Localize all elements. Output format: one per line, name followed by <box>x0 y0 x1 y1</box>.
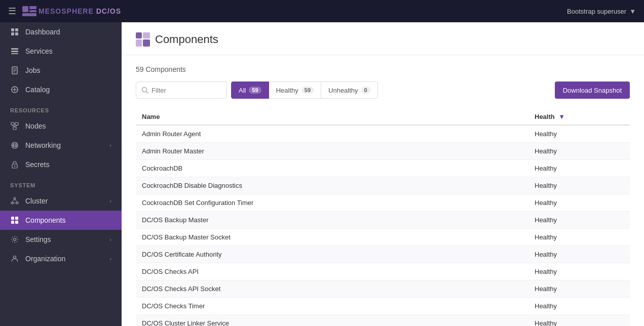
logo-icon <box>22 6 36 16</box>
toolbar: All 59 Healthy 59 Unhealthy 0 Downloa <box>136 82 630 99</box>
table-row[interactable]: CockroachDB Set Configuration TimerHealt… <box>136 194 630 212</box>
networking-chevron-icon: › <box>109 142 111 148</box>
nodes-icon <box>10 121 19 131</box>
cell-component-health: Healthy <box>528 125 630 143</box>
table-row[interactable]: DC/OS Backup Master SocketHealthy <box>136 229 630 246</box>
column-header-health[interactable]: Health ▼ <box>528 109 630 125</box>
sidebar-item-catalog[interactable]: Catalog <box>0 80 122 99</box>
top-navigation: ☰ MESOSPHERE DC/OS Bootstrap superuser ▼ <box>0 0 644 22</box>
content-area: 59 Components All 59 <box>122 55 644 326</box>
download-snapshot-button[interactable]: Download Snapshot <box>555 82 630 99</box>
cell-component-health: Healthy <box>528 246 630 263</box>
cell-component-health: Healthy <box>528 194 630 212</box>
cell-component-name: DC/OS Checks API Socket <box>136 280 528 298</box>
svg-rect-46 <box>143 32 150 38</box>
svg-rect-39 <box>11 217 14 220</box>
cell-component-health: Healthy <box>528 229 630 246</box>
filter-tab-all[interactable]: All 59 <box>231 82 269 99</box>
table-row[interactable]: CockroachDB Disable DiagnosticsHealthy <box>136 177 630 194</box>
svg-line-37 <box>15 199 17 202</box>
svg-point-35 <box>16 202 18 204</box>
table-row[interactable]: Admin Router MasterHealthy <box>136 143 630 160</box>
table-row[interactable]: DC/OS Checks APIHealthy <box>136 263 630 280</box>
jobs-icon <box>10 66 19 75</box>
cell-component-health: Healthy <box>528 160 630 177</box>
resources-section-label: Resources <box>0 99 122 116</box>
cell-component-name: Admin Router Master <box>136 143 528 160</box>
components-icon <box>10 216 19 225</box>
svg-point-33 <box>14 197 16 199</box>
main-content: Components 59 Components All <box>122 22 644 326</box>
sidebar-item-settings[interactable]: Settings › <box>0 230 122 249</box>
filter-tab-healthy-count: 59 <box>301 87 314 94</box>
filter-tab-healthy-label: Healthy <box>276 87 298 94</box>
table-row[interactable]: DC/OS Cluster Linker ServiceHealthy <box>136 315 630 327</box>
sidebar-label-secrets: Secrets <box>25 160 49 169</box>
svg-rect-8 <box>11 48 18 50</box>
svg-rect-2 <box>29 10 36 12</box>
table-header: Name Health ▼ <box>136 109 630 125</box>
user-menu-caret-icon: ▼ <box>629 8 636 15</box>
svg-rect-4 <box>11 28 14 31</box>
sidebar-label-nodes: Nodes <box>25 122 46 130</box>
settings-chevron-icon: › <box>109 236 111 242</box>
table-row[interactable]: Admin Router AgentHealthy <box>136 125 630 143</box>
organization-chevron-icon: › <box>109 256 111 262</box>
sidebar-item-jobs[interactable]: Jobs <box>0 61 122 80</box>
filter-tab-healthy[interactable]: Healthy 59 <box>269 82 321 99</box>
user-label: Bootstrap superuser <box>567 8 626 15</box>
sidebar-label-settings: Settings <box>25 235 51 243</box>
svg-rect-9 <box>11 51 18 52</box>
table-row[interactable]: DC/OS Certificate AuthorityHealthy <box>136 246 630 263</box>
filter-input[interactable] <box>151 87 221 94</box>
cell-component-health: Healthy <box>528 298 630 315</box>
cluster-chevron-icon: › <box>109 198 111 204</box>
sidebar-item-services[interactable]: Services <box>0 42 122 61</box>
hamburger-menu-icon[interactable]: ☰ <box>8 6 16 17</box>
user-menu[interactable]: Bootstrap superuser ▼ <box>567 8 636 15</box>
table-body: Admin Router AgentHealthyAdmin Router Ma… <box>136 125 630 326</box>
svg-point-32 <box>14 166 15 167</box>
cell-component-health: Healthy <box>528 315 630 327</box>
sidebar-item-dashboard[interactable]: Dashboard <box>0 22 122 42</box>
filter-tab-unhealthy[interactable]: Unhealthy 0 <box>321 82 378 99</box>
sidebar-label-organization: Organization <box>25 255 65 263</box>
table-row[interactable]: DC/OS Checks API SocketHealthy <box>136 280 630 298</box>
svg-rect-10 <box>11 53 18 54</box>
table-row[interactable]: DC/OS Checks TimerHealthy <box>136 298 630 315</box>
filter-tab-all-label: All <box>239 87 246 94</box>
cell-component-name: CockroachDB Disable Diagnostics <box>136 177 528 194</box>
logo: MESOSPHERE DC/OS <box>22 6 121 16</box>
svg-rect-5 <box>15 28 18 31</box>
sidebar-item-nodes[interactable]: Nodes <box>0 116 122 136</box>
svg-rect-45 <box>136 32 142 38</box>
svg-rect-47 <box>136 39 142 47</box>
sidebar-label-networking: Networking <box>25 141 61 149</box>
svg-rect-7 <box>15 32 18 35</box>
sidebar-item-secrets[interactable]: Secrets <box>0 155 122 174</box>
sidebar-item-components[interactable]: Components <box>0 211 122 230</box>
sidebar-label-components: Components <box>25 216 65 224</box>
filter-input-wrap[interactable] <box>136 82 227 99</box>
filter-tabs: All 59 Healthy 59 Unhealthy 0 <box>231 82 378 99</box>
cell-component-health: Healthy <box>528 263 630 280</box>
table-row[interactable]: CockroachDBHealthy <box>136 160 630 177</box>
filter-tab-all-count: 59 <box>249 87 261 94</box>
cluster-icon <box>10 196 19 206</box>
sidebar: Dashboard Services Jobs <box>0 22 122 326</box>
sidebar-item-organization[interactable]: Organization › <box>0 249 122 268</box>
sidebar-item-networking[interactable]: Networking › <box>0 136 122 155</box>
filter-tab-unhealthy-count: 0 <box>361 87 370 94</box>
cell-component-name: DC/OS Backup Master <box>136 212 528 229</box>
svg-point-44 <box>14 256 16 259</box>
page-header-icon <box>136 32 150 47</box>
table-row[interactable]: DC/OS Backup MasterHealthy <box>136 212 630 229</box>
page-title: Components <box>155 33 218 46</box>
cell-component-name: CockroachDB Set Configuration Timer <box>136 194 528 212</box>
cell-component-health: Healthy <box>528 143 630 160</box>
organization-icon <box>10 254 19 263</box>
svg-rect-3 <box>22 13 36 16</box>
sidebar-item-cluster[interactable]: Cluster › <box>0 191 122 211</box>
svg-rect-1 <box>29 6 36 9</box>
cell-component-name: DC/OS Cluster Linker Service <box>136 315 528 327</box>
